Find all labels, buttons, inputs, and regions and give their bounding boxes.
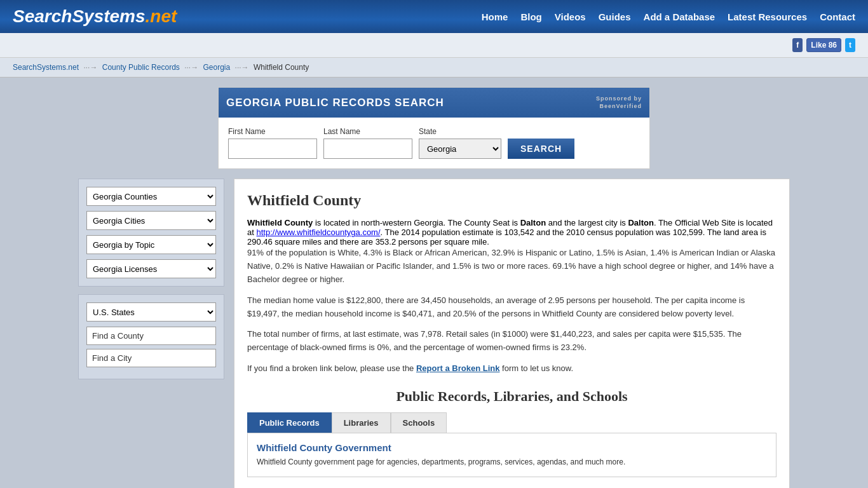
tab-schools[interactable]: Schools — [391, 412, 447, 433]
header: Search Systems .net Home Blog Videos Gui… — [0, 0, 868, 33]
find-city-link[interactable]: Find a City — [86, 349, 216, 367]
breadcrumb-county-records[interactable]: County Public Records — [102, 63, 180, 72]
tab-content: Whitfield County Government Whitfield Co… — [247, 433, 776, 477]
broken-link-notice: If you find a broken link below, please … — [247, 362, 776, 376]
county-website-link[interactable]: http://www.whitfieldcountyga.com/ — [256, 227, 380, 237]
records-tabs: Public Records Libraries Schools — [247, 412, 776, 433]
sponsored-badge: Sponsored by BeenVerified — [596, 95, 642, 110]
breadcrumb-arrow-1: ···→ — [83, 63, 97, 72]
state-select[interactable]: Georgia Alabama Florida — [419, 139, 501, 159]
facebook-icon[interactable]: f — [792, 38, 803, 52]
main-container: Georgia Counties Georgia Cities Georgia … — [65, 179, 803, 488]
georgia-cities-select[interactable]: Georgia Cities — [86, 211, 216, 230]
last-name-input[interactable] — [323, 139, 412, 159]
first-name-input[interactable] — [228, 139, 317, 159]
georgia-topic-select[interactable]: Georgia by Topic — [86, 235, 216, 254]
breadcrumb: SearchSystems.net ···→ County Public Rec… — [0, 58, 868, 78]
state-label: State — [419, 127, 501, 136]
state-group: State Georgia Alabama Florida — [419, 127, 501, 159]
last-name-label: Last Name — [323, 127, 412, 136]
georgia-licenses-select[interactable]: Georgia Licenses — [86, 259, 216, 278]
search-widget-title: GEORGIA PUBLIC RECORDS SEARCH — [226, 97, 444, 109]
last-name-group: Last Name — [323, 127, 412, 159]
social-bar: f Like 86 t — [0, 33, 868, 58]
sidebar-georgia-section: Georgia Counties Georgia Cities Georgia … — [78, 179, 224, 287]
search-form: First Name Last Name State Georgia Alaba… — [219, 118, 649, 168]
sidebar: Georgia Counties Georgia Cities Georgia … — [78, 179, 224, 488]
breadcrumb-arrow-3: ···→ — [235, 63, 249, 72]
main-nav: Home Blog Videos Guides Add a Database L… — [482, 11, 855, 22]
breadcrumb-current: Whitfield County — [254, 63, 309, 72]
tab-libraries[interactable]: Libraries — [332, 412, 391, 433]
nav-add-database[interactable]: Add a Database — [644, 11, 715, 22]
county-desc-1: Whitfield County is located in north-wes… — [247, 218, 776, 247]
report-broken-link[interactable]: Report a Broken Link — [416, 363, 499, 373]
nav-contact[interactable]: Contact — [820, 11, 855, 22]
find-county-link[interactable]: Find a County — [86, 327, 216, 345]
county-title: Whitfield County — [247, 192, 776, 209]
logo-systems: Systems — [72, 6, 145, 27]
sidebar-us-section: U.S. States Alabama Georgia Find a Count… — [78, 294, 224, 379]
county-desc-3: The median home value is $122,800, there… — [247, 294, 776, 321]
site-logo[interactable]: Search Systems .net — [13, 6, 177, 27]
tab-item-desc: Whitfield County government page for age… — [257, 456, 767, 468]
records-section-title: Public Records, Libraries, and Schools — [247, 388, 776, 405]
first-name-label: First Name — [228, 127, 317, 136]
breadcrumb-arrow-2: ···→ — [184, 63, 198, 72]
logo-net: .net — [146, 6, 177, 27]
nav-guides[interactable]: Guides — [599, 11, 631, 22]
tab-item-title[interactable]: Whitfield County Government — [257, 442, 767, 453]
nav-home[interactable]: Home — [482, 11, 508, 22]
content-area: Whitfield County Whitfield County is loc… — [234, 179, 790, 488]
breadcrumb-state[interactable]: Georgia — [203, 63, 231, 72]
nav-latest-resources[interactable]: Latest Resources — [728, 11, 807, 22]
twitter-icon[interactable]: t — [845, 38, 855, 52]
logo-search: Search — [13, 6, 72, 27]
nav-blog[interactable]: Blog — [520, 11, 541, 22]
facebook-like-button[interactable]: Like 86 — [806, 38, 841, 52]
tab-public-records[interactable]: Public Records — [247, 412, 332, 433]
breadcrumb-home[interactable]: SearchSystems.net — [13, 63, 79, 72]
us-states-select[interactable]: U.S. States Alabama Georgia — [86, 302, 216, 322]
search-widget-header: GEORGIA PUBLIC RECORDS SEARCH Sponsored … — [219, 88, 649, 118]
search-button[interactable]: SEARCH — [508, 139, 574, 159]
georgia-counties-select[interactable]: Georgia Counties — [86, 187, 216, 206]
county-desc-2: 91% of the population is White, 4.3% is … — [247, 247, 776, 286]
first-name-group: First Name — [228, 127, 317, 159]
nav-videos[interactable]: Videos — [555, 11, 586, 22]
county-desc-4: The total number of firms, at last estim… — [247, 328, 776, 355]
search-widget: GEORGIA PUBLIC RECORDS SEARCH Sponsored … — [218, 87, 650, 169]
